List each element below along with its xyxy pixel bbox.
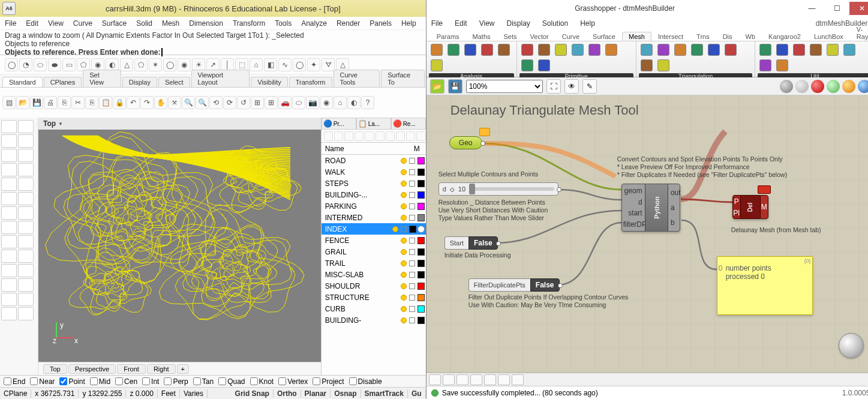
std-tool-8[interactable]: 🔒 bbox=[113, 96, 126, 109]
gh-bottom-tool-0[interactable] bbox=[429, 374, 441, 385]
tool-tab-transform[interactable]: Transform bbox=[289, 77, 332, 87]
panel-tab-0[interactable]: 🔵Pr... bbox=[322, 118, 356, 130]
side-tool-14[interactable] bbox=[1, 221, 17, 234]
osnap-int[interactable]: Int bbox=[142, 377, 159, 386]
color-swatch[interactable] bbox=[418, 260, 425, 267]
tool-tab-surface-to[interactable]: Surface To bbox=[381, 70, 424, 87]
side-tool-0[interactable] bbox=[1, 120, 17, 133]
ribbon-icon[interactable] bbox=[689, 43, 705, 57]
menu-curve[interactable]: Curve bbox=[73, 19, 92, 28]
shade-wire-icon[interactable] bbox=[795, 80, 809, 93]
color-swatch[interactable] bbox=[418, 180, 425, 187]
layer-row[interactable]: SHOULDR bbox=[322, 280, 426, 292]
close-button[interactable]: ✕ bbox=[849, 2, 868, 15]
python-output-a[interactable]: a bbox=[669, 203, 680, 212]
layer-row[interactable]: STRUCTURE bbox=[322, 292, 426, 303]
zoom-extents-button[interactable]: ⛶ bbox=[546, 79, 561, 94]
osnap-vertex[interactable]: Vertex bbox=[278, 377, 308, 386]
color-swatch[interactable] bbox=[418, 237, 425, 244]
gh-bottom-tool-1[interactable] bbox=[443, 374, 455, 385]
visibility-icon[interactable] bbox=[401, 181, 407, 187]
menu-surface[interactable]: Surface bbox=[102, 19, 127, 28]
viewtab-right[interactable]: Right bbox=[147, 364, 176, 374]
rhino-command-area[interactable]: Drag a window to zoom ( All Dynamic Exte… bbox=[0, 30, 426, 55]
std-tool-19[interactable]: ⊞ bbox=[265, 96, 278, 109]
python-output-out[interactable]: out bbox=[669, 188, 680, 197]
cat-tab-wb[interactable]: Wb bbox=[739, 32, 762, 41]
side-tool-24[interactable] bbox=[1, 293, 17, 306]
color-swatch[interactable] bbox=[409, 226, 416, 233]
menu-panels[interactable]: Panels bbox=[370, 19, 392, 28]
sketch-button[interactable]: ✎ bbox=[582, 79, 597, 94]
layer-tool-6[interactable] bbox=[386, 131, 395, 141]
std-tool-18[interactable]: ⊞ bbox=[251, 96, 264, 109]
save-button[interactable]: 💾 bbox=[448, 79, 462, 94]
gh-menu-view[interactable]: View bbox=[479, 19, 495, 28]
ribbon-icon[interactable] bbox=[603, 43, 619, 57]
ribbon-icon[interactable] bbox=[656, 58, 671, 73]
preview-button[interactable]: 👁 bbox=[564, 79, 579, 94]
cat-tab-params[interactable]: Params bbox=[430, 32, 466, 41]
gh-menu-display[interactable]: Display bbox=[506, 19, 530, 28]
ribbon-icon[interactable] bbox=[639, 58, 654, 73]
tool-tab-viewport-layout[interactable]: Viewport Layout bbox=[191, 70, 250, 87]
viewtab-perspective[interactable]: Perspective bbox=[68, 364, 116, 374]
std-tool-13[interactable]: 🔍 bbox=[182, 96, 195, 109]
ribbon-icon[interactable] bbox=[639, 43, 654, 57]
lock-icon[interactable] bbox=[409, 283, 415, 289]
std-tool-9[interactable]: ↶ bbox=[127, 96, 140, 109]
visibility-icon[interactable] bbox=[401, 215, 407, 221]
lock-icon[interactable] bbox=[409, 238, 415, 244]
osnap-perp[interactable]: Perp bbox=[164, 377, 188, 386]
cat-tab-v-ray[interactable]: V-Ray bbox=[850, 25, 868, 41]
viewport-label[interactable]: Top▼ bbox=[38, 118, 321, 130]
color-swatch[interactable] bbox=[418, 305, 425, 313]
osnap-knot[interactable]: Knot bbox=[250, 377, 274, 386]
std-tool-1[interactable]: 📂 bbox=[16, 96, 29, 109]
lock-icon[interactable] bbox=[409, 272, 415, 278]
geo-component[interactable]: Geo bbox=[449, 136, 482, 149]
render-tool-12[interactable]: ◉ bbox=[178, 58, 191, 71]
gh-bottom-tool-4[interactable] bbox=[484, 374, 496, 385]
menu-transform[interactable]: Transform bbox=[233, 19, 265, 28]
layer-list[interactable]: ROADWALKSTEPSBUILDING-...PARKINGINTERMED… bbox=[322, 155, 426, 375]
ribbon-icon[interactable] bbox=[553, 43, 569, 57]
visibility-icon[interactable] bbox=[401, 203, 407, 209]
visibility-icon[interactable] bbox=[401, 249, 407, 255]
ribbon-icon[interactable] bbox=[587, 43, 602, 57]
cat-tab-mesh[interactable]: Mesh bbox=[622, 32, 651, 41]
render-tool-21[interactable]: ✦ bbox=[307, 58, 320, 71]
ribbon-icon[interactable] bbox=[774, 58, 790, 73]
visibility-icon[interactable] bbox=[401, 272, 407, 278]
visibility-icon[interactable] bbox=[401, 158, 407, 164]
lock-icon[interactable] bbox=[409, 260, 415, 266]
layer-tool-5[interactable] bbox=[376, 131, 385, 141]
python-input-filterDP[interactable]: filterDP bbox=[623, 220, 644, 229]
lock-icon[interactable] bbox=[409, 249, 415, 255]
std-tool-4[interactable]: ⎘ bbox=[58, 96, 71, 109]
menu-edit[interactable]: Edit bbox=[26, 19, 38, 28]
open-button[interactable]: 📂 bbox=[430, 79, 444, 94]
color-swatch[interactable] bbox=[418, 157, 425, 164]
side-tool-13[interactable] bbox=[18, 206, 34, 220]
side-tool-5[interactable] bbox=[18, 149, 34, 162]
menu-mesh[interactable]: Mesh bbox=[162, 19, 179, 28]
std-tool-7[interactable]: 📋 bbox=[99, 96, 112, 109]
color-swatch[interactable] bbox=[418, 317, 425, 324]
layer-row[interactable]: FENCE bbox=[322, 235, 426, 246]
ribbon-icon[interactable] bbox=[462, 43, 478, 57]
side-tool-26[interactable] bbox=[1, 307, 17, 320]
menu-file[interactable]: File bbox=[5, 19, 16, 28]
render-tool-10[interactable]: ✶ bbox=[149, 58, 162, 71]
ribbon-icon[interactable] bbox=[774, 43, 790, 57]
status-toggle-ortho[interactable]: Ortho bbox=[274, 389, 301, 398]
layer-row[interactable]: INTERMED bbox=[322, 212, 426, 223]
render-tool-18[interactable]: ◧ bbox=[264, 58, 277, 71]
shade-green-icon[interactable] bbox=[827, 80, 840, 93]
side-tool-7[interactable] bbox=[18, 163, 34, 176]
color-swatch[interactable] bbox=[418, 169, 425, 176]
panel-tab-2[interactable]: 🔴Re... bbox=[391, 118, 426, 130]
tool-tab-visibility[interactable]: Visibility bbox=[251, 77, 288, 87]
tool-tab-standard[interactable]: Standard bbox=[2, 77, 43, 87]
color-swatch[interactable] bbox=[418, 248, 425, 256]
